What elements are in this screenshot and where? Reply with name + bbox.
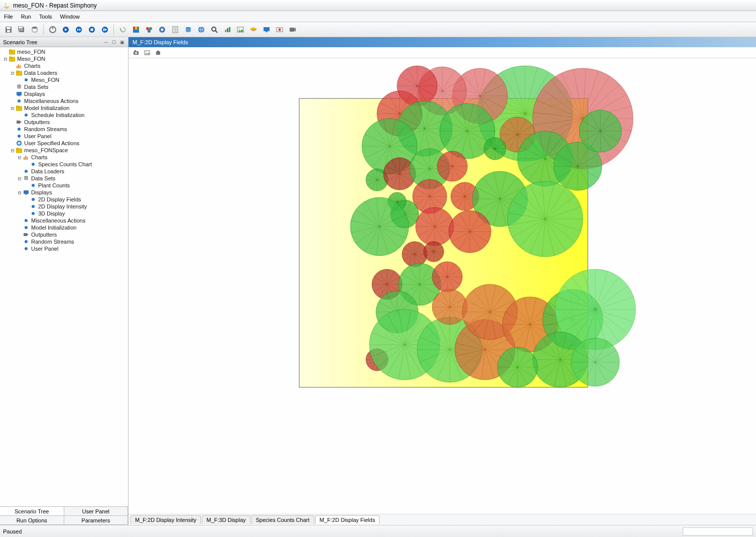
svg-point-711	[529, 324, 531, 326]
tree-item[interactable]: Species Counts Chart	[0, 161, 128, 168]
menu-run[interactable]: Run	[19, 13, 33, 21]
sidebar-tab[interactable]: Scenario Tree	[0, 506, 64, 516]
db-icon[interactable]	[29, 24, 40, 35]
svg-rect-12	[91, 28, 93, 31]
tree-item[interactable]: Miscellaneous Actions	[0, 97, 128, 104]
tree-icon	[16, 105, 22, 111]
svg-point-19	[146, 27, 149, 30]
tree-item[interactable]: ⊟Meso_FON	[0, 55, 128, 62]
tree-item[interactable]: 3D Display	[0, 210, 128, 217]
tree-item[interactable]: User Panel	[0, 133, 128, 140]
tree-item[interactable]: ⊟Charts	[0, 154, 128, 161]
sidebar-tab[interactable]: Run Options	[0, 515, 64, 525]
init-icon[interactable]	[47, 24, 58, 35]
layer-icon[interactable]	[248, 24, 259, 35]
minimize-icon[interactable]: —	[103, 39, 109, 45]
tree-item[interactable]: ⊟Data Sets	[0, 175, 128, 182]
record-icon[interactable]	[274, 24, 285, 35]
tree-item[interactable]: Schedule Initialization	[0, 112, 128, 119]
agents-icon[interactable]	[144, 24, 155, 35]
camera-icon[interactable]	[132, 48, 141, 57]
tree-item[interactable]: Charts	[0, 62, 128, 69]
colormap-icon[interactable]	[131, 24, 142, 35]
log-icon[interactable]	[170, 24, 181, 35]
maximize-icon[interactable]: ☐	[111, 39, 117, 45]
scenario-tree[interactable]: meso_FON⊟Meso_FONCharts⊟Data LoadersMeso…	[0, 47, 128, 506]
tree-label: Meso_FON	[17, 56, 45, 62]
play-icon[interactable]	[60, 24, 71, 35]
svg-point-86	[146, 52, 147, 53]
svg-point-512	[469, 231, 471, 233]
home-icon[interactable]	[154, 48, 163, 57]
tree-icon	[23, 218, 29, 224]
display-canvas[interactable]	[129, 58, 756, 495]
globe-icon[interactable]	[196, 24, 207, 35]
view-tab[interactable]: Species Counts Chart	[251, 515, 314, 524]
snapshot-icon[interactable]	[143, 48, 152, 57]
tree-item[interactable]: Data Sets	[0, 83, 128, 90]
tree-item[interactable]: User Specified Actions	[0, 140, 128, 147]
svg-rect-15	[133, 27, 135, 30]
view-tab[interactable]: M_F:2D Display Fields	[315, 515, 380, 524]
tree-label: 3D Display	[38, 210, 65, 217]
svg-point-36	[239, 28, 240, 30]
tree-item[interactable]: 2D Display Fields	[0, 196, 128, 203]
tree-item[interactable]: Meso_FON	[0, 76, 128, 83]
save-all-icon[interactable]	[16, 24, 27, 35]
tree-item[interactable]: Random Streams	[0, 238, 128, 245]
tree-item[interactable]: Data Loaders	[0, 168, 128, 175]
tree-icon	[23, 189, 29, 195]
tree-item[interactable]: User Panel	[0, 245, 128, 252]
ff-icon[interactable]	[73, 24, 84, 35]
step-icon[interactable]	[99, 24, 110, 35]
tree-item[interactable]: ⊟Data Loaders	[0, 69, 128, 76]
svg-rect-50	[16, 71, 19, 72]
float-icon[interactable]: ▣	[119, 39, 125, 45]
tree-item[interactable]: Outputters	[0, 119, 128, 126]
tree-item[interactable]: Outputters	[0, 231, 128, 238]
tree-item[interactable]: Model Initialization	[0, 224, 128, 231]
svg-point-69	[25, 170, 28, 173]
sidebar: Scenario Tree — ☐ ▣ meso_FON⊟Meso_FONCha…	[0, 37, 129, 525]
menu-file[interactable]: File	[2, 13, 15, 21]
tree-item[interactable]: Random Streams	[0, 126, 128, 133]
svg-point-74	[32, 198, 35, 201]
tree-label: Data Loaders	[31, 168, 64, 174]
chart-icon[interactable]	[222, 24, 233, 35]
tree-item[interactable]: 2D Display Intensity	[0, 203, 128, 210]
svg-point-170	[441, 90, 443, 92]
menu-tools[interactable]: Tools	[37, 13, 54, 21]
movie-icon[interactable]	[287, 24, 298, 35]
svg-rect-2	[7, 30, 10, 32]
svg-point-84	[135, 52, 137, 54]
tree-item[interactable]: Plant Counts	[0, 182, 128, 189]
tree-icon	[16, 119, 22, 125]
dataset-icon[interactable]	[183, 24, 194, 35]
svg-rect-41	[290, 28, 294, 32]
tree-label: 2D Display Intensity	[38, 203, 87, 209]
tree-icon	[16, 91, 22, 97]
sidebar-tab[interactable]: Parameters	[64, 515, 129, 525]
tree-icon	[16, 126, 22, 132]
tree-item[interactable]: ⊟Displays	[0, 189, 128, 196]
pic-icon[interactable]	[235, 24, 246, 35]
tree-label: User Specified Actions	[24, 140, 79, 146]
menu-window[interactable]: Window	[58, 13, 82, 21]
screen-icon[interactable]	[261, 24, 272, 35]
view-tab[interactable]: M_F:3D Display	[202, 515, 250, 524]
reset-icon[interactable]	[117, 24, 129, 35]
sidebar-tab[interactable]: User Panel	[64, 506, 129, 516]
zoom-icon[interactable]	[209, 24, 220, 35]
svg-rect-53	[17, 92, 22, 95]
view-tab[interactable]: M_F:2D Display Intensity	[131, 515, 201, 524]
params-icon[interactable]	[157, 24, 168, 35]
svg-point-244	[517, 134, 519, 136]
save-icon[interactable]	[3, 24, 14, 35]
tree-item[interactable]: Miscellaneous Actions	[0, 217, 128, 224]
tree-item[interactable]: Displays	[0, 90, 128, 97]
tree-item[interactable]: ⊟Model Initialization	[0, 104, 128, 112]
svg-point-55	[18, 99, 21, 102]
stop-icon[interactable]	[86, 24, 97, 35]
tree-item[interactable]: meso_FON	[0, 48, 128, 55]
tree-item[interactable]: ⊟meso_FONSpace	[0, 147, 128, 154]
